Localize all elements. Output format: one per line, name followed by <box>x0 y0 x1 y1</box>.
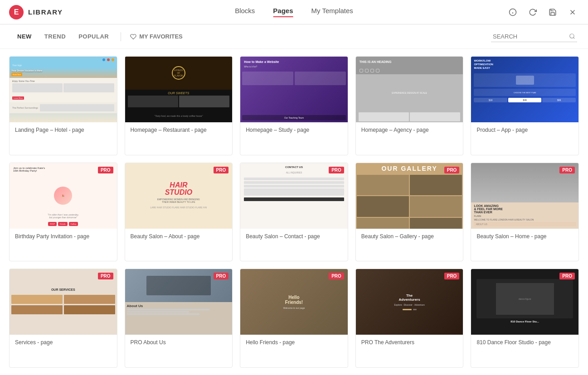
card-hello-label: Hello Friends - page <box>240 335 348 350</box>
card-salon-about-label: Beauty Salon – About - page <box>125 229 233 244</box>
logo-area: E LIBRARY <box>9 5 82 19</box>
filter-popular[interactable]: POPULAR <box>72 30 115 43</box>
filter-new[interactable]: NEW <box>11 30 38 43</box>
card-hotel[interactable]: Your logo Your Dream Vacation is Here Bo… <box>9 56 117 155</box>
card-adventurers-label: PRO The Adventurers <box>356 335 463 350</box>
search-icon <box>569 33 575 39</box>
pro-badge: PRO <box>329 167 344 173</box>
pro-badge: PRO <box>444 167 460 173</box>
favorites-button[interactable]: MY FAVORITES <box>126 30 186 43</box>
card-agency-label: Homepage – Agency - page <box>356 122 463 138</box>
tab-my-templates[interactable]: My Templates <box>311 7 353 17</box>
pro-badge: PRO <box>98 167 113 173</box>
pro-badge: PRO <box>329 273 344 279</box>
card-salon-gallery-label: Beauty Salon – Gallery - page <box>356 229 463 244</box>
card-hotel-label: Landing Page – Hotel - page <box>10 122 117 138</box>
card-salon-home-label: Beauty Salon – Home - page <box>471 229 578 244</box>
save-icon[interactable] <box>546 6 559 19</box>
filter-divider <box>121 32 121 41</box>
card-hello[interactable]: PRO HelloFriends! Welcome to our page He… <box>240 269 348 368</box>
filter-bar: NEW TREND POPULAR MY FAVORITES <box>0 24 588 49</box>
card-agency[interactable]: THIS IS AN HEADING EXPERIENCE DESIGN AT … <box>355 56 464 155</box>
card-restaurant-label: Homepage – Restaurant - page <box>125 122 233 138</box>
pro-badge: PRO <box>214 273 229 279</box>
filter-trend[interactable]: TREND <box>38 30 72 43</box>
pro-badge: PRO <box>444 273 460 279</box>
pro-badge: PRO <box>559 167 575 173</box>
card-salon-contact[interactable]: PRO CONTACT US ALL INQUIRIES Beauty Salo… <box>240 163 348 262</box>
card-salon-home[interactable]: PRO LOOK AMAZING& FEEL FAR MORETHAN EVER… <box>471 163 579 262</box>
library-title: LIBRARY <box>28 8 63 16</box>
elementor-logo: E <box>9 5 24 19</box>
card-about-us-label: PRO About Us <box>125 335 233 350</box>
card-birthday[interactable]: PRO Join us to celebrate Kate's16th Birt… <box>9 163 117 262</box>
card-about-us[interactable]: PRO About Us PRO About Us <box>125 269 233 368</box>
header-actions <box>506 6 579 19</box>
card-salon-contact-label: Beauty Salon – Contact - page <box>240 229 348 244</box>
card-app-label: Product – App - page <box>471 122 578 138</box>
pro-badge: PRO <box>214 167 229 173</box>
refresh-icon[interactable] <box>526 6 539 19</box>
card-study-label: Homepage – Study - page <box>240 122 348 138</box>
card-services[interactable]: PRO OUR SERVICES Services - page <box>9 269 117 368</box>
card-dance-label: 810 Dance Floor Studio - page <box>471 335 578 350</box>
search-input[interactable] <box>493 33 565 40</box>
card-study[interactable]: How to Make a Website Who is it for? Our… <box>240 56 348 155</box>
card-restaurant[interactable]: A PINCH OF FLAVOR OUR SWEETS "Tasty food… <box>125 56 233 155</box>
header: E LIBRARY Blocks Pages My Templates <box>0 0 588 24</box>
svg-line-6 <box>573 38 575 39</box>
card-salon-about[interactable]: PRO HAIRSTUDIO EMPOWERING WOMEN AND BRIN… <box>125 163 233 262</box>
card-app[interactable]: WORKFLOWOPTIMIZATIONMADE EASY CHOOSE THE… <box>471 56 579 155</box>
card-birthday-label: Birthday Party Invitation - page <box>10 229 117 244</box>
pro-badge: PRO <box>559 273 575 279</box>
favorites-label: MY FAVORITES <box>139 33 183 40</box>
svg-point-5 <box>570 34 574 38</box>
close-icon[interactable] <box>566 6 579 19</box>
tab-blocks[interactable]: Blocks <box>235 7 255 17</box>
tab-pages[interactable]: Pages <box>273 7 293 17</box>
template-grid: Your logo Your Dream Vacation is Here Bo… <box>0 49 588 375</box>
card-adventurers[interactable]: PRO TheAdventurers Explore · Discover · … <box>355 269 464 368</box>
card-dance[interactable]: PRO dance figure 810 Dance Floor Stu... … <box>471 269 579 368</box>
search-area <box>491 31 577 42</box>
card-services-label: Services - page <box>10 335 117 350</box>
header-tabs: Blocks Pages My Templates <box>235 7 353 17</box>
info-icon[interactable] <box>506 6 519 19</box>
card-salon-gallery[interactable]: PRO OUR GALLERY Beauty Salon – Gallery -… <box>355 163 464 262</box>
pro-badge: PRO <box>98 273 113 279</box>
